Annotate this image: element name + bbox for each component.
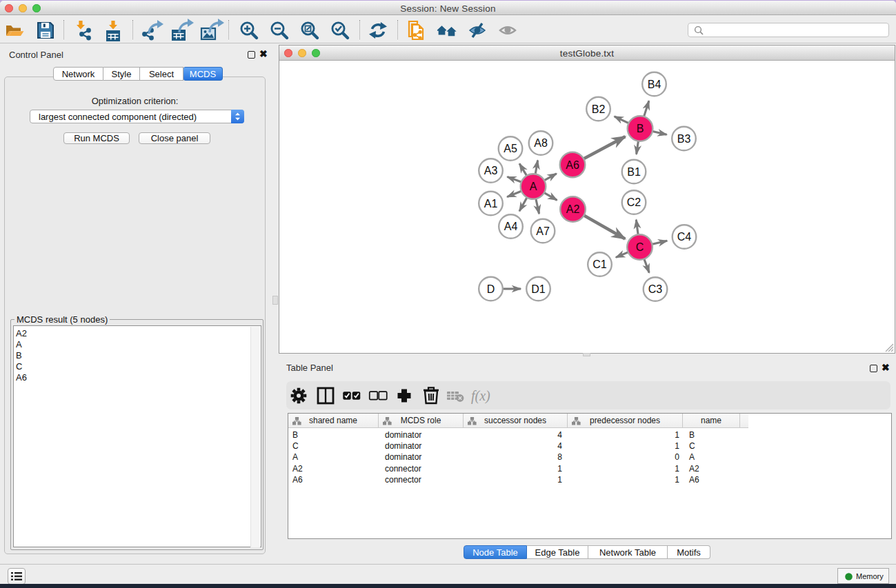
svg-text:A6: A6 xyxy=(566,159,579,171)
svg-text:C: C xyxy=(636,241,644,253)
svg-text:A8: A8 xyxy=(534,137,548,149)
svg-text:A5: A5 xyxy=(504,143,517,154)
svg-text:D: D xyxy=(487,283,495,295)
svg-text:A7: A7 xyxy=(536,225,550,237)
svg-text:A4: A4 xyxy=(504,221,518,232)
svg-text:A1: A1 xyxy=(484,198,498,210)
svg-text:B4: B4 xyxy=(648,79,661,90)
svg-text:B: B xyxy=(637,123,644,134)
svg-text:A3: A3 xyxy=(484,165,498,176)
svg-text:D1: D1 xyxy=(531,283,546,295)
svg-text:A: A xyxy=(530,181,537,192)
svg-text:C2: C2 xyxy=(627,196,641,208)
svg-text:B2: B2 xyxy=(592,103,606,115)
svg-text:B1: B1 xyxy=(627,166,641,178)
svg-text:C1: C1 xyxy=(593,258,607,270)
svg-text:B3: B3 xyxy=(677,133,691,145)
svg-text:f(x): f(x) xyxy=(471,388,490,404)
svg-text:C4: C4 xyxy=(677,231,692,243)
svg-text:A2: A2 xyxy=(566,203,580,215)
svg-text:C3: C3 xyxy=(648,283,663,295)
